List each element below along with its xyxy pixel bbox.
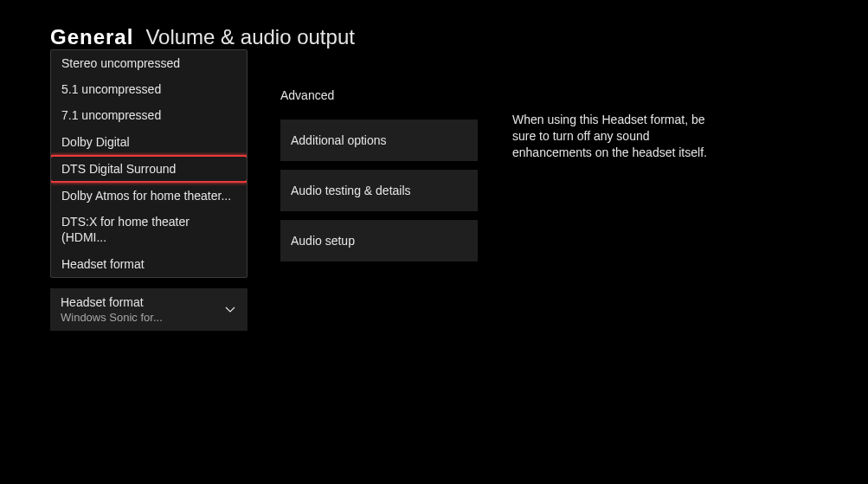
dropdown-item-dolby-digital[interactable]: Dolby Digital [51, 129, 247, 155]
dropdown-item-headset-format[interactable]: Headset format [51, 251, 247, 277]
audio-testing-button[interactable]: Audio testing & details [280, 170, 478, 211]
info-text: When using this Headset format, be sure … [512, 112, 729, 161]
dropdown-item-stereo[interactable]: Stereo uncompressed [51, 50, 247, 76]
additional-options-button[interactable]: Additional options [280, 119, 478, 161]
audio-setup-button[interactable]: Audio setup [280, 220, 478, 261]
dropdown-item-dts[interactable]: DTS Digital Surround [50, 155, 248, 183]
advanced-section-label: Advanced [280, 88, 478, 102]
page-title: Volume & audio output [145, 25, 355, 49]
chevron-down-icon [225, 301, 235, 317]
dropdown-item-dolby-atmos[interactable]: Dolby Atmos for home theater... [51, 183, 247, 209]
left-column: Stereo uncompressed 5.1 uncompressed 7.1… [50, 49, 248, 331]
dropdown-item-dtsx[interactable]: DTS:X for home theater (HDMI... [51, 209, 247, 250]
audio-format-list: Stereo uncompressed 5.1 uncompressed 7.1… [50, 49, 248, 278]
breadcrumb-general[interactable]: General [50, 25, 133, 49]
content-area: Stereo uncompressed 5.1 uncompressed 7.1… [0, 49, 868, 331]
select-label: Headset format [61, 295, 237, 309]
dropdown-item-71[interactable]: 7.1 uncompressed [51, 102, 247, 128]
select-value: Windows Sonic for... [61, 311, 237, 324]
right-column: When using this Headset format, be sure … [512, 49, 729, 331]
dropdown-item-51[interactable]: 5.1 uncompressed [51, 76, 247, 102]
page-header: General Volume & audio output [0, 0, 868, 49]
middle-column: Advanced Additional options Audio testin… [280, 49, 478, 331]
headset-format-select[interactable]: Headset format Windows Sonic for... [50, 288, 248, 331]
